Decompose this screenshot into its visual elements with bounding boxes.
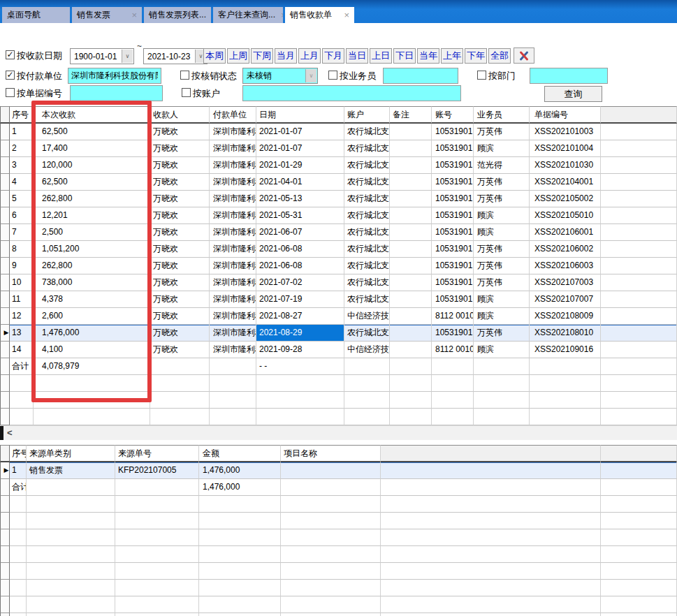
cell-account[interactable]: 农行城北支行 (344, 207, 390, 224)
cell-amount[interactable]: 62,500 (34, 174, 150, 191)
cell-seq[interactable]: 合计 (10, 358, 34, 375)
close-icon[interactable]: × (206, 10, 211, 20)
cell-salesman[interactable]: 万英伟 (474, 258, 530, 274)
clear-filter-button[interactable] (514, 47, 534, 64)
range-button[interactable]: 上日 (370, 48, 392, 64)
column-header-amount[interactable]: 本次收款 (34, 106, 150, 124)
cell-account[interactable] (344, 358, 390, 375)
cell-salesman[interactable]: 万英伟 (474, 174, 530, 191)
cell-note[interactable] (390, 241, 432, 258)
cell-account[interactable]: 农行城北支行 (344, 124, 390, 140)
row-selector[interactable] (0, 274, 10, 291)
range-button[interactable]: 当月 (275, 48, 297, 64)
cell-account[interactable]: 农行城北支行 (344, 258, 390, 274)
row-selector[interactable] (0, 375, 10, 392)
cell-payer[interactable]: 深圳市隆利科技 (210, 325, 256, 342)
row-selector[interactable] (0, 157, 10, 174)
cell-filler2[interactable] (601, 479, 677, 496)
row-selector[interactable] (0, 207, 10, 224)
range-button[interactable]: 下日 (393, 48, 416, 64)
cell-payer[interactable]: 深圳市隆利科技 (210, 342, 256, 358)
cell-note[interactable] (390, 124, 432, 140)
range-button[interactable]: 全部 (488, 48, 511, 64)
row-selector[interactable] (0, 596, 10, 613)
cell-date[interactable]: 2021-01-07 (256, 124, 344, 140)
cell-account[interactable]: 农行城北支行 (344, 140, 390, 157)
cell-filler[interactable] (601, 291, 677, 308)
date-from-select[interactable]: 1900-01-01 ∨ (70, 48, 134, 64)
chevron-down-icon[interactable]: ∨ (305, 69, 316, 82)
cell-date[interactable]: - - (256, 358, 344, 375)
cell-amount[interactable]: 1,051,200 (34, 241, 150, 258)
cell-account_no[interactable]: 8112 0010 (432, 342, 474, 358)
cell-date[interactable]: 2021-07-19 (256, 291, 344, 308)
cell-date[interactable]: 2021-08-29 (256, 325, 344, 342)
cell-account[interactable]: 农行城北支行 (344, 157, 390, 174)
cell-payee[interactable]: 万晓欢 (150, 140, 210, 157)
cell-project[interactable] (281, 479, 381, 496)
column-header-payer[interactable]: 付款单位 (210, 106, 256, 124)
table-row[interactable]: 144,100万晓欢深圳市隆利科技2021-09-28中信经济技术8112 00… (0, 342, 677, 358)
cell-seq[interactable]: 12 (10, 308, 34, 325)
row-selector[interactable] (0, 124, 10, 140)
cell-account_no[interactable]: 10531901 (432, 207, 474, 224)
cell-amount[interactable]: 1,476,000 (199, 479, 281, 496)
cell-seq[interactable]: 14 (10, 342, 34, 358)
cell-account_no[interactable]: 10531901 (432, 191, 474, 207)
cell-date[interactable]: 2021-01-07 (256, 140, 344, 157)
row-selector[interactable] (0, 546, 10, 563)
cell-filler2[interactable] (601, 462, 677, 479)
cell-note[interactable] (390, 258, 432, 274)
cell-payer[interactable]: 深圳市隆利科技 (210, 140, 256, 157)
cell-payee[interactable]: 万晓欢 (150, 291, 210, 308)
horizontal-scrollbar[interactable]: < (0, 425, 677, 440)
table-row[interactable]: 122,600万晓欢深圳市隆利科技2021-08-27中信经济技术8112 00… (0, 308, 677, 325)
cell-note[interactable] (390, 342, 432, 358)
table-row[interactable]: 9262,800万晓欢深圳市隆利科技2021-06-08农行城北支行105319… (0, 258, 677, 274)
cell-seq[interactable]: 11 (10, 291, 34, 308)
cell-amount[interactable]: 4,100 (34, 342, 150, 358)
cell-note[interactable] (390, 325, 432, 342)
cell-payee[interactable]: 万晓欢 (150, 174, 210, 191)
cell-note[interactable] (390, 157, 432, 174)
cell-seq[interactable]: 合计 (10, 479, 27, 496)
cell-note[interactable] (390, 140, 432, 157)
table-row[interactable]: 10738,000万晓欢深圳市隆利科技2021-07-02农行城北支行10531… (0, 274, 677, 291)
range-button[interactable]: 下周 (251, 48, 273, 64)
cell-account_no[interactable]: 10531901 (432, 258, 474, 274)
cell-payer[interactable]: 深圳市隆利科技 (210, 124, 256, 140)
cell-doc_no[interactable]: XSS202107007 (530, 291, 601, 308)
column-header-note[interactable]: 备注 (390, 106, 432, 124)
date-to-select[interactable]: 2021-10-23 ∨ (143, 48, 208, 64)
cell-note[interactable] (390, 291, 432, 308)
column-header-account[interactable]: 账户 (344, 106, 390, 124)
tab-2[interactable]: 销售发票× (72, 7, 142, 23)
cell-filler[interactable] (601, 342, 677, 358)
table-row[interactable]: ▶131,476,000万晓欢深圳市隆利科技2021-08-29农行城北支行10… (0, 325, 677, 342)
cell-doc_no[interactable]: XSS202106002 (530, 241, 601, 258)
cell-amount[interactable]: 2,500 (34, 224, 150, 241)
table-row[interactable]: 81,051,200万晓欢深圳市隆利科技2021-06-08农行城北支行1053… (0, 241, 677, 258)
cell-seq[interactable]: 6 (10, 207, 34, 224)
cell-note[interactable] (390, 358, 432, 375)
column-header-project[interactable]: 项目名称 (281, 445, 381, 462)
cell-account[interactable]: 农行城北支行 (344, 291, 390, 308)
cell-salesman[interactable]: 万英伟 (474, 274, 530, 291)
cell-doc_no[interactable]: XSS202106003 (530, 258, 601, 274)
cell-date[interactable]: 2021-01-29 (256, 157, 344, 174)
cell-payer[interactable]: 深圳市隆利科技 (210, 174, 256, 191)
cell-payer[interactable]: 深圳市隆利科技 (210, 308, 256, 325)
cell-filler1[interactable] (381, 462, 601, 479)
row-selector[interactable] (0, 496, 10, 513)
cell-account[interactable]: 农行城北支行 (344, 274, 390, 291)
cell-account[interactable]: 农行城北支行 (344, 174, 390, 191)
range-button[interactable]: 当日 (346, 48, 368, 64)
cell-doc_no[interactable]: KFP202107005 (115, 462, 199, 479)
row-selector[interactable] (0, 258, 10, 274)
cell-amount[interactable]: 2,600 (34, 308, 150, 325)
cell-salesman[interactable]: 顾滨 (474, 140, 530, 157)
row-header-corner[interactable] (0, 106, 10, 124)
row-selector[interactable] (0, 291, 10, 308)
close-icon[interactable]: × (338, 10, 349, 20)
column-header-type[interactable]: 来源单类别 (27, 445, 115, 462)
